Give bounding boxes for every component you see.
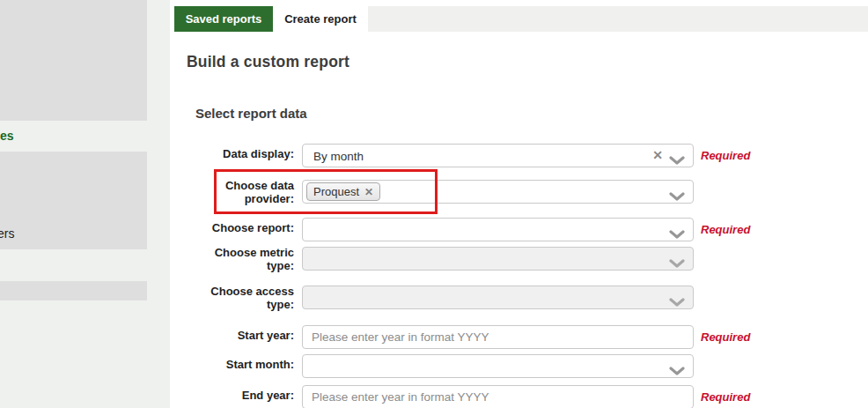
required-badge: Required <box>701 390 750 404</box>
required-badge: Required <box>701 330 750 344</box>
chevron-down-icon[interactable] <box>669 363 685 372</box>
start-month-label: Start month: <box>202 358 294 371</box>
field-row-end-year: End year: Required <box>0 385 868 408</box>
choose-report-select[interactable] <box>302 218 694 241</box>
start-year-label: Start year: <box>202 329 294 342</box>
field-row-start-month: Start month: <box>0 354 868 379</box>
required-badge: Required <box>701 149 750 162</box>
clear-icon[interactable]: ✕ <box>652 148 663 162</box>
chip-remove-icon[interactable]: ✕ <box>364 186 373 198</box>
chevron-down-icon <box>669 256 685 264</box>
field-row-start-year: Start year: Required <box>0 325 868 350</box>
chevron-down-icon <box>669 294 685 303</box>
start-year-input[interactable] <box>302 325 694 349</box>
chip-label: Proquest <box>313 185 359 198</box>
metric-type-label: Choose metric type: <box>202 246 294 272</box>
field-row-data-provider: Choose data provider: Proquest ✕ <box>0 180 868 204</box>
chevron-down-icon[interactable] <box>669 189 685 197</box>
metric-type-select[interactable] <box>302 247 694 271</box>
page-title: Build a custom report <box>187 53 349 71</box>
field-row-access-type: Choose access type: <box>0 286 868 310</box>
chevron-down-icon[interactable] <box>669 226 685 235</box>
data-display-value: By month <box>313 150 364 163</box>
data-provider-label: Choose data provider: <box>202 179 294 205</box>
tab-saved-reports[interactable]: Saved reports <box>174 6 273 32</box>
access-type-label: Choose access type: <box>202 285 294 311</box>
end-year-input[interactable] <box>302 385 694 408</box>
selected-provider-chip: Proquest ✕ <box>306 182 380 201</box>
field-row-metric-type: Choose metric type: <box>0 247 868 271</box>
choose-report-label: Choose report: <box>202 221 294 234</box>
start-month-select[interactable] <box>302 354 694 378</box>
sidebar-panel-top <box>0 0 147 121</box>
chevron-down-icon[interactable] <box>669 152 685 161</box>
required-badge: Required <box>701 223 750 236</box>
data-display-select[interactable]: By month ✕ <box>302 144 694 167</box>
field-row-data-display: Data display: By month ✕ Required <box>0 144 868 168</box>
sidebar-link-fragment[interactable]: es <box>0 129 14 143</box>
data-display-label: Data display: <box>202 147 294 160</box>
field-row-choose-report: Choose report: Required <box>0 218 868 242</box>
data-provider-multiselect[interactable]: Proquest ✕ <box>302 180 694 204</box>
section-title: Select report data <box>195 106 307 121</box>
tab-create-report[interactable]: Create report <box>273 6 368 32</box>
access-type-select[interactable] <box>302 286 694 309</box>
end-year-label: End year: <box>202 389 294 402</box>
